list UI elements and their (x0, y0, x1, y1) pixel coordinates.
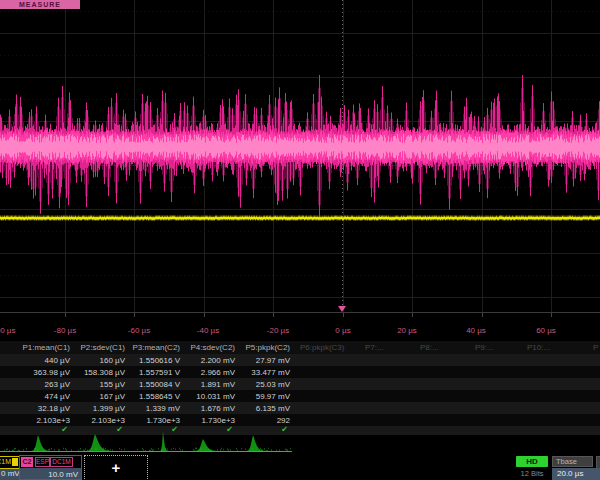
measure-cell: 27.97 mV (228, 356, 290, 365)
axis-tick (273, 313, 274, 317)
time-axis-label: 60 µs (536, 326, 556, 335)
table-row: 474 µV167 µV1.558645 V10.031 mV59.97 mV (0, 390, 600, 402)
hd-bits-label: 12 Bits (513, 469, 551, 478)
measure-cell: 155 µV (63, 380, 125, 389)
descriptor-bar: DC1M 0 mV C2 ESP DC1M 10.0 mV + HD 12 Bi… (0, 455, 600, 480)
measure-cell: 2.200 mV (173, 356, 235, 365)
plus-icon: + (85, 456, 147, 480)
table-row: 440 µV160 µV1.550616 V2.200 mV27.97 mV (0, 354, 600, 366)
timebase-box[interactable]: Tbase (552, 456, 593, 467)
measurement-table[interactable]: P1:mean(C1)P2:sdev(C1)P3:mean(C2)P4:sdev… (0, 341, 600, 437)
time-axis-label: -80 µs (54, 326, 76, 335)
c2-channel-chip[interactable]: C2 (21, 457, 33, 467)
measure-cell: 440 µV (8, 356, 70, 365)
time-axis-label: 20 µs (397, 326, 417, 335)
c2-descriptor-box[interactable]: C2 ESP DC1M 10.0 mV (19, 455, 82, 480)
timebase-value: 20.0 µs (552, 468, 600, 480)
table-row: P1:mean(C1)P2:sdev(C1)P3:mean(C2)P4:sdev… (0, 341, 600, 354)
measure-cell: 1.339 mV (118, 404, 180, 413)
axis-tick (343, 313, 344, 317)
oscilloscope-screen: MEASURE -100 µs-80 µs-60 µs-40 µs-20 µs0… (0, 0, 600, 480)
time-axis-label: -100 µs (0, 326, 15, 335)
measure-header-p6[interactable]: P6:pkpk(C3) (300, 343, 370, 352)
axis-tick (134, 313, 135, 317)
axis-tick (412, 313, 413, 317)
c2-scale-value: 10.0 mV (48, 470, 78, 479)
measure-header-p11[interactable]: P (593, 343, 600, 352)
hd-mode-badge[interactable]: HD (516, 456, 548, 467)
measure-cell: 474 µV (8, 392, 70, 401)
c2-coupling-badge: DC1M (50, 457, 73, 467)
c1-descriptor-box[interactable]: DC1M (0, 456, 20, 469)
time-axis-label: -20 µs (267, 326, 289, 335)
measure-tab-label[interactable]: MEASURE (0, 0, 80, 9)
measure-cell: 2.103e+3 (8, 416, 70, 425)
measure-cell: 1.558645 V (118, 392, 180, 401)
measure-cell: 10.031 mV (173, 392, 235, 401)
waveform-display[interactable] (0, 0, 600, 312)
table-row: 263 µV155 µV1.550084 V1.891 mV25.03 mV (0, 378, 600, 390)
c2-esp-badge: ESP (35, 457, 50, 467)
trigger-position-icon[interactable] (338, 306, 346, 312)
measure-cell: 160 µV (63, 356, 125, 365)
measure-cell: 33.477 mV (228, 368, 290, 377)
measure-cell: 1.557591 V (118, 368, 180, 377)
measure-histogram-display (0, 428, 600, 455)
time-axis-label: -60 µs (128, 326, 150, 335)
measure-cell: 292 (228, 416, 290, 425)
axis-tick (204, 313, 205, 317)
table-row: 32.18 µV1.399 µV1.339 mV1.676 mV6.135 mV (0, 402, 600, 414)
axis-tick (65, 313, 66, 317)
measure-cell: 263 µV (8, 380, 70, 389)
c1-scale-value: 0 mV (1, 469, 20, 478)
measure-header-p10[interactable]: P10:... (527, 343, 597, 352)
time-axis-label: 0 µs (335, 326, 350, 335)
measure-cell: 1.891 mV (173, 380, 235, 389)
measure-cell: 1.730e+3 (118, 416, 180, 425)
time-axis-label: 40 µs (466, 326, 486, 335)
measure-cell: 158.308 µV (63, 368, 125, 377)
measure-header-p5[interactable]: P5:pkpk(C2) (226, 343, 290, 352)
axis-tick (482, 313, 483, 317)
measure-cell: 1.550616 V (118, 356, 180, 365)
measure-cell: 25.03 mV (228, 380, 290, 389)
measure-cell: 363.98 µV (8, 368, 70, 377)
measure-cell: 1.730e+3 (173, 416, 235, 425)
table-row: 2.103e+32.103e+31.730e+31.730e+3292 (0, 414, 600, 426)
measure-cell: 1.550084 V (118, 380, 180, 389)
measure-cell: 59.97 mV (228, 392, 290, 401)
measure-cell: 2.966 mV (173, 368, 235, 377)
measure-cell: 1.676 mV (173, 404, 235, 413)
measure-cell: 167 µV (63, 392, 125, 401)
axis-tick (551, 313, 552, 317)
add-trace-button[interactable]: + (84, 455, 148, 480)
measure-cell: 1.399 µV (63, 404, 125, 413)
measure-cell: 6.135 mV (228, 404, 290, 413)
c1-color-block (12, 458, 18, 466)
c1-coupling-label: DC1M (0, 457, 11, 467)
time-axis: -100 µs-80 µs-60 µs-40 µs-20 µs0 µs20 µs… (0, 312, 600, 341)
measure-cell: 32.18 µV (8, 404, 70, 413)
time-axis-label: -40 µs (197, 326, 219, 335)
measure-cell: 2.103e+3 (63, 416, 125, 425)
table-row: 363.98 µV158.308 µV1.557591 V2.966 mV33.… (0, 366, 600, 378)
